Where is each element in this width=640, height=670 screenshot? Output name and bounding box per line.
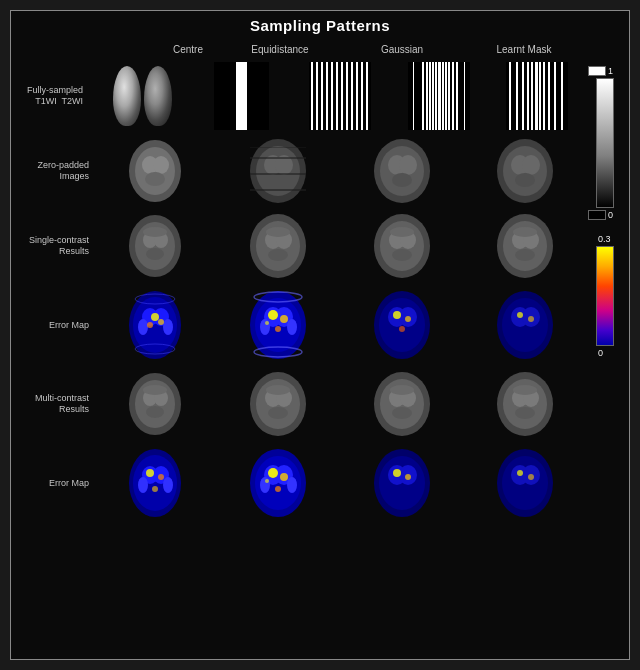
svg-rect-3 [311, 62, 313, 130]
colorbar-color-label-bottom: 0 [598, 348, 612, 358]
colorbar-gray-bottom: 0 [588, 210, 622, 220]
svg-point-147 [515, 407, 535, 419]
cell-mc-equidistance [218, 369, 338, 439]
svg-point-164 [268, 468, 278, 478]
col-header-0 [95, 38, 157, 60]
cell-em1-gaussian [342, 286, 462, 364]
svg-point-87 [515, 249, 535, 261]
cell-em1-centre [95, 286, 215, 364]
svg-point-148 [513, 385, 537, 395]
svg-point-155 [146, 469, 154, 477]
cell-fully-sampled [95, 61, 191, 131]
svg-rect-54 [250, 147, 306, 148]
col-header-learnt: Learnt Mask [463, 38, 585, 60]
svg-point-157 [152, 486, 158, 492]
svg-rect-32 [522, 62, 524, 130]
svg-rect-37 [543, 62, 545, 130]
svg-rect-34 [531, 62, 533, 130]
row-label-error-map-1: Error Map [15, 320, 95, 331]
svg-rect-16 [422, 62, 424, 130]
svg-point-76 [266, 227, 290, 237]
svg-point-45 [145, 172, 165, 186]
cell-pattern-centre [194, 61, 290, 131]
svg-rect-31 [516, 62, 518, 130]
svg-point-70 [143, 227, 167, 237]
svg-point-75 [268, 249, 288, 261]
cell-sc-equidistance [218, 211, 338, 281]
cell-em1-learnt [465, 286, 585, 364]
svg-rect-8 [336, 62, 338, 130]
colorbar-gray-top: 1 [588, 66, 622, 76]
svg-point-107 [280, 315, 288, 323]
svg-rect-17 [426, 62, 428, 130]
svg-rect-22 [442, 62, 444, 130]
svg-rect-53 [250, 189, 306, 191]
svg-rect-10 [346, 62, 348, 130]
cell-mc-learnt [465, 369, 585, 439]
row-label-fully-sampled: Fully-sampled T1WI T2WI [15, 85, 95, 107]
svg-point-95 [151, 313, 159, 321]
svg-point-166 [275, 486, 281, 492]
svg-rect-24 [448, 62, 450, 130]
svg-point-130 [143, 385, 167, 395]
pattern-gaussian-svg [408, 62, 470, 130]
colorbar-gray-bar [596, 78, 614, 208]
svg-rect-5 [321, 62, 323, 130]
svg-point-59 [392, 173, 412, 187]
colorbar-gray-label-1: 1 [608, 66, 622, 76]
row-error-map-2: Error Map [15, 443, 585, 523]
svg-rect-39 [554, 62, 556, 130]
row-label-multi-contrast: Multi-contrast Results [15, 393, 95, 415]
cell-sc-learnt [465, 211, 585, 281]
svg-rect-9 [341, 62, 343, 130]
svg-point-44 [153, 156, 169, 174]
svg-point-179 [528, 474, 534, 480]
brain-t1wi [113, 66, 141, 126]
svg-point-109 [265, 321, 269, 325]
svg-rect-35 [535, 62, 538, 130]
cell-zp-learnt [465, 136, 585, 206]
svg-point-58 [399, 155, 417, 175]
svg-point-97 [158, 319, 164, 325]
pattern-centre-svg [214, 62, 269, 130]
svg-point-94 [163, 319, 173, 335]
svg-point-178 [517, 470, 523, 476]
colorbar-gray-section: 1 0 [588, 66, 622, 220]
svg-point-129 [146, 406, 164, 418]
row-label-zero-padded: Zero-padded Images [15, 160, 95, 182]
cell-sc-centre [95, 211, 215, 281]
svg-point-69 [146, 248, 164, 260]
row-fully-sampled: Fully-sampled T1WI T2WI [15, 60, 585, 132]
cell-em2-equidistance [218, 444, 338, 522]
col-header-equidistance: Equidistance [219, 38, 341, 60]
colorbar-color-bar [596, 246, 614, 346]
svg-rect-12 [356, 62, 358, 130]
cell-mc-centre [95, 369, 215, 439]
svg-rect-21 [438, 62, 441, 130]
row-cells-2 [95, 136, 585, 206]
col-header-gaussian: Gaussian [341, 38, 463, 60]
row-label-error-map-2: Error Map [15, 478, 95, 489]
colorbar-color-section: 0.3 0 [596, 234, 614, 358]
row-cells-1 [95, 61, 585, 131]
svg-rect-30 [509, 62, 511, 130]
svg-point-116 [393, 311, 401, 319]
row-single-contrast: Single-contrast Results [15, 210, 585, 282]
svg-rect-51 [250, 157, 306, 159]
svg-rect-40 [561, 62, 563, 130]
svg-rect-36 [539, 62, 541, 130]
row-error-map-1: Error Map [15, 285, 585, 365]
svg-rect-27 [413, 62, 414, 130]
svg-point-167 [265, 479, 269, 483]
svg-point-154 [163, 477, 173, 493]
svg-rect-52 [250, 173, 306, 175]
svg-point-173 [405, 474, 411, 480]
cell-pattern-gaussian [391, 61, 487, 131]
content-area: Centre Equidistance Gaussian Learnt Mask… [15, 38, 625, 653]
svg-point-93 [138, 319, 148, 335]
cell-zp-centre [95, 136, 215, 206]
svg-rect-18 [429, 62, 431, 130]
svg-point-153 [138, 477, 148, 493]
svg-rect-28 [464, 62, 465, 130]
svg-rect-6 [326, 62, 328, 130]
